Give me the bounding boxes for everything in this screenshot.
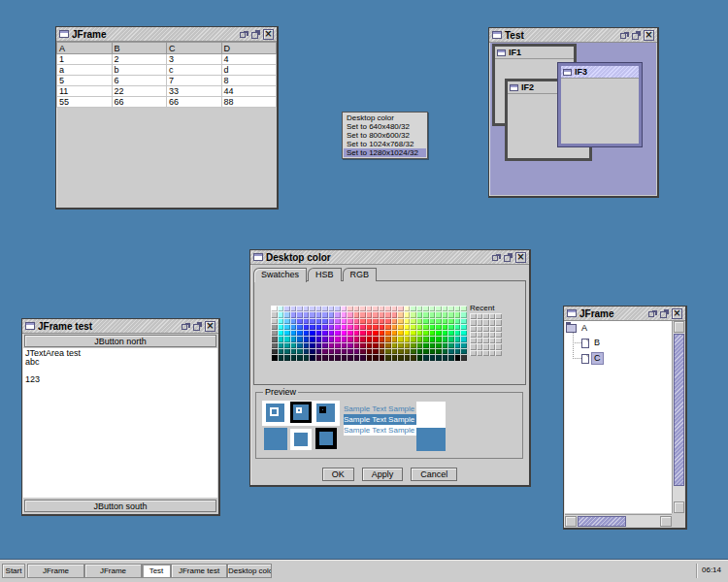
cancel-button[interactable]: Cancel <box>411 468 457 481</box>
menu-item-1280x1024[interactable]: Set to 1280x1024/32 <box>344 148 426 157</box>
close-icon[interactable] <box>205 321 215 332</box>
table-cell[interactable]: 66 <box>167 97 222 108</box>
table-cell[interactable]: 4 <box>221 54 277 65</box>
tree-node-c[interactable]: C <box>581 352 603 365</box>
titlebar[interactable]: JFrame <box>564 307 685 321</box>
tree-node-b[interactable]: B <box>581 337 602 349</box>
maximize-icon[interactable] <box>660 309 669 318</box>
titlebar[interactable]: Test <box>489 28 657 43</box>
table-cell[interactable]: 44 <box>221 86 277 97</box>
column-header[interactable]: B <box>112 43 167 54</box>
textarea[interactable]: JTextArea test abc 123 <box>23 348 217 498</box>
menu-item-desktop-color[interactable]: Desktop color <box>344 113 426 122</box>
task-button-jframe-test[interactable]: JFrame test <box>171 564 227 578</box>
scroll-up-icon[interactable] <box>674 321 684 333</box>
table-cell[interactable]: 33 <box>167 86 222 97</box>
recent-label: Recent <box>470 304 494 312</box>
internal-frame-titlebar[interactable]: IF3 <box>561 66 639 79</box>
table-cell[interactable]: a <box>57 65 113 76</box>
preview-color-rect <box>416 428 446 451</box>
table-row: 5 6 7 8 <box>57 76 277 86</box>
maximize-icon[interactable] <box>193 322 202 331</box>
minimize-icon[interactable] <box>240 30 248 39</box>
table-cell[interactable]: b <box>112 65 167 76</box>
minimize-icon[interactable] <box>182 322 190 331</box>
swatch-cell[interactable] <box>460 354 467 360</box>
minimize-icon[interactable] <box>648 309 657 318</box>
close-icon[interactable] <box>644 30 654 41</box>
table-header-row: A B C D <box>57 43 277 54</box>
scroll-down-icon[interactable] <box>674 501 684 513</box>
table-cell[interactable]: 3 <box>167 54 222 65</box>
vertical-scrollbar[interactable] <box>672 321 684 513</box>
column-header[interactable]: C <box>167 43 222 54</box>
table-cell[interactable]: 6 <box>112 76 167 86</box>
table-cell[interactable]: 8 <box>221 76 277 86</box>
titlebar[interactable]: JFrame test <box>22 319 218 334</box>
leaf-icon <box>581 354 589 364</box>
tree-connector <box>573 342 581 343</box>
apply-button[interactable]: Apply <box>362 468 404 481</box>
menu-item-640x480[interactable]: Set to 640x480/32 <box>344 122 426 131</box>
data-table: A B C D 1 2 3 4 a b c d <box>56 42 277 108</box>
recent-swatch-cell[interactable] <box>495 350 502 356</box>
column-header[interactable]: A <box>57 43 113 54</box>
task-button-jframe-1[interactable]: JFrame <box>27 564 84 578</box>
tab-swatches[interactable]: Swatches <box>253 268 307 282</box>
preview-panel: Preview Sample Text Samp <box>255 392 523 459</box>
internal-frame-titlebar[interactable]: IF1 <box>495 47 574 59</box>
task-button-test[interactable]: Test <box>142 564 171 578</box>
titlebar[interactable]: Desktop color <box>250 250 529 265</box>
tree-connector <box>573 358 581 359</box>
desktop: JFrame A B C D 1 2 3 <box>0 0 728 582</box>
window-icon <box>253 253 263 261</box>
swatch-grid <box>271 306 467 361</box>
table-cell[interactable]: 66 <box>112 97 167 108</box>
menu-item-1024x768[interactable]: Set to 1024x768/32 <box>344 140 426 148</box>
table-cell[interactable]: 7 <box>167 76 222 86</box>
horizontal-scrollbar[interactable] <box>565 514 672 527</box>
scrollbar-thumb[interactable] <box>674 334 684 486</box>
menu-item-800x600[interactable]: Set to 800x600/32 <box>344 131 426 140</box>
preview-swatch-inner <box>294 433 308 446</box>
tab-hsb[interactable]: HSB <box>308 268 342 281</box>
column-header[interactable]: D <box>221 43 277 54</box>
maximize-icon[interactable] <box>251 30 260 39</box>
table-cell[interactable]: 2 <box>112 54 167 65</box>
sample-text-line-2: Sample Text Sample Text <box>344 414 421 425</box>
close-icon[interactable] <box>672 308 682 319</box>
north-button[interactable]: JButton north <box>24 335 216 347</box>
south-button[interactable]: JButton south <box>24 500 216 512</box>
maximize-icon[interactable] <box>504 253 513 262</box>
internal-frame-if3[interactable]: IF3 <box>558 63 642 146</box>
start-button[interactable]: Start <box>2 564 25 578</box>
minimize-icon[interactable] <box>620 31 629 40</box>
table-cell[interactable]: 55 <box>57 97 113 108</box>
scroll-right-icon[interactable] <box>660 516 672 527</box>
window-icon <box>59 30 69 38</box>
minimize-icon[interactable] <box>492 253 501 262</box>
sample-text-line-3: Sample Text Sample Text <box>344 425 421 436</box>
preview-swatch-inner <box>296 407 302 413</box>
scroll-left-icon[interactable] <box>565 516 577 527</box>
table-cell[interactable]: 88 <box>221 97 277 108</box>
scrollbar-thumb[interactable] <box>578 516 626 527</box>
close-icon[interactable] <box>515 252 526 263</box>
table-cell[interactable]: 11 <box>57 86 113 97</box>
task-button-jframe-2[interactable]: JFrame <box>84 564 142 578</box>
ok-button[interactable]: OK <box>322 468 354 481</box>
task-button-desktop-color[interactable]: Desktop color <box>227 564 272 578</box>
textarea-line: 123 <box>25 375 215 384</box>
table-frame-window: JFrame A B C D 1 2 3 <box>55 26 279 210</box>
table-cell[interactable]: c <box>167 65 222 76</box>
table-cell[interactable]: 5 <box>57 76 113 86</box>
tree-node-a[interactable]: A <box>566 322 589 335</box>
titlebar[interactable]: JFrame <box>56 27 277 42</box>
table-cell[interactable]: d <box>221 65 277 76</box>
tab-rgb[interactable]: RGB <box>343 268 378 281</box>
table-cell[interactable]: 22 <box>112 86 167 97</box>
close-icon[interactable] <box>263 29 274 40</box>
table-cell[interactable]: 1 <box>57 54 113 65</box>
tree: A B C <box>565 321 672 513</box>
maximize-icon[interactable] <box>632 31 641 40</box>
